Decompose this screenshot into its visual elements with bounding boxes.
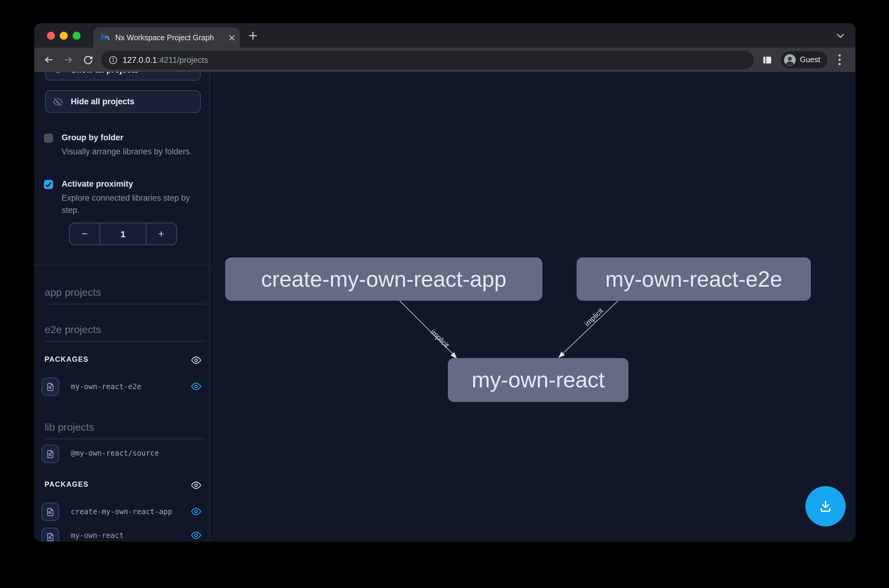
activate-proximity-checkbox[interactable] — [44, 180, 53, 189]
browser-tab[interactable]: Nx Workspace Project Graph — [93, 27, 240, 48]
project-name[interactable]: my-own-react — [71, 531, 123, 540]
graph-node-my-own-react-e2e[interactable]: my-own-react-e2e — [577, 257, 811, 301]
close-window-button[interactable] — [47, 32, 55, 40]
sidebar-divider — [34, 265, 209, 266]
back-button[interactable] — [40, 51, 57, 68]
show-all-projects-label: Show all projects — [71, 72, 138, 74]
checkbox-checked-icon — [44, 180, 53, 189]
browser-toolbar: 127.0.0.1:4211/projects Guest — [34, 48, 856, 72]
show-all-projects-button[interactable]: Show all projects — [45, 72, 201, 81]
proximity-value: 1 — [100, 223, 146, 244]
browser-window: Nx Workspace Project Graph — [34, 23, 856, 542]
eye-off-icon — [53, 97, 63, 106]
activate-proximity-label: Activate proximity — [62, 179, 133, 189]
download-icon — [818, 498, 833, 514]
download-graph-button[interactable] — [805, 486, 846, 526]
activate-proximity-description: Explore connected libraries step by step… — [62, 192, 197, 216]
graph-node-create-my-own-react-app[interactable]: create-my-own-react-app — [225, 257, 542, 301]
project-detail-button[interactable] — [42, 445, 59, 463]
tab-search-chevron-icon[interactable] — [833, 28, 847, 42]
url-host: 127.0.0.1 — [123, 55, 157, 64]
e2e-projects-heading: e2e projects — [45, 324, 206, 342]
project-graph-canvas[interactable]: implicit implicit create-my-own-react-ap… — [210, 72, 856, 542]
project-name[interactable]: create-my-own-react-app — [71, 507, 172, 516]
group-by-folder-description: Visually arrange libraries by folders. — [62, 146, 197, 158]
edge-implicit-1: implicit — [399, 301, 457, 358]
project-visibility-eye-icon[interactable] — [191, 381, 201, 392]
tab-title: Nx Workspace Project Graph — [115, 33, 229, 42]
node-label: my-own-react — [472, 367, 605, 393]
nx-graph-app: Show all projects Hide all projects Grou… — [34, 72, 856, 542]
maximize-window-button[interactable] — [73, 32, 81, 40]
project-detail-button[interactable] — [42, 502, 59, 521]
packages-heading-lib: PACKAGES — [45, 481, 89, 488]
url-path: :4211/projects — [157, 55, 208, 64]
lib-projects-heading: lib projects — [45, 422, 206, 439]
hide-all-projects-label: Hide all projects — [71, 97, 135, 106]
new-tab-button[interactable] — [246, 28, 259, 42]
proximity-stepper: − 1 + — [69, 223, 177, 245]
sidebar: Show all projects Hide all projects Grou… — [34, 72, 210, 542]
project-visibility-eye-icon[interactable] — [191, 530, 201, 540]
eye-icon — [53, 72, 63, 74]
graph-node-my-own-react[interactable]: my-own-react — [448, 358, 628, 402]
packages-e2e-visibility-eye-icon[interactable] — [191, 355, 201, 365]
group-by-folder-checkbox[interactable] — [44, 134, 53, 143]
side-panel-icon[interactable] — [759, 52, 775, 68]
browser-menu-icon[interactable] — [833, 51, 847, 68]
proximity-decrement-button[interactable]: − — [69, 223, 100, 244]
tab-strip: Nx Workspace Project Graph — [34, 23, 856, 48]
project-name[interactable]: @my-own-react/source — [71, 449, 159, 458]
address-bar[interactable]: 127.0.0.1:4211/projects — [101, 50, 754, 69]
project-name[interactable]: my-own-react-e2e — [71, 382, 141, 391]
site-info-icon[interactable] — [109, 55, 118, 64]
forward-button[interactable] — [60, 51, 77, 68]
minimize-window-button[interactable] — [60, 32, 68, 40]
project-detail-button[interactable] — [42, 528, 59, 542]
checkbox-unchecked-icon — [44, 134, 53, 143]
hide-all-projects-button[interactable]: Hide all projects — [45, 90, 201, 113]
proximity-increment-button[interactable]: + — [146, 223, 176, 244]
url-text: 127.0.0.1:4211/projects — [123, 55, 208, 64]
app-projects-heading: app projects — [45, 286, 206, 304]
packages-heading-e2e: PACKAGES — [45, 356, 89, 363]
node-label: create-my-own-react-app — [261, 266, 506, 292]
graph-edges: implicit implicit — [210, 72, 856, 542]
profile-button[interactable]: Guest — [781, 51, 828, 68]
reload-button[interactable] — [79, 51, 96, 68]
project-detail-button[interactable] — [42, 378, 59, 396]
node-label: my-own-react-e2e — [605, 266, 782, 292]
screen: Nx Workspace Project Graph — [0, 0, 889, 588]
tab-close-icon[interactable] — [229, 34, 235, 40]
traffic-lights — [47, 32, 81, 40]
edge-label: implicit — [429, 328, 451, 350]
nx-favicon-icon — [101, 33, 110, 42]
group-by-folder-label: Group by folder — [62, 133, 123, 142]
profile-label: Guest — [800, 56, 820, 64]
project-visibility-eye-icon[interactable] — [191, 506, 201, 517]
edge-implicit-2: implicit — [558, 301, 618, 358]
edge-label: implicit — [583, 306, 605, 328]
avatar-icon — [784, 53, 796, 66]
packages-lib-visibility-eye-icon[interactable] — [191, 480, 201, 490]
